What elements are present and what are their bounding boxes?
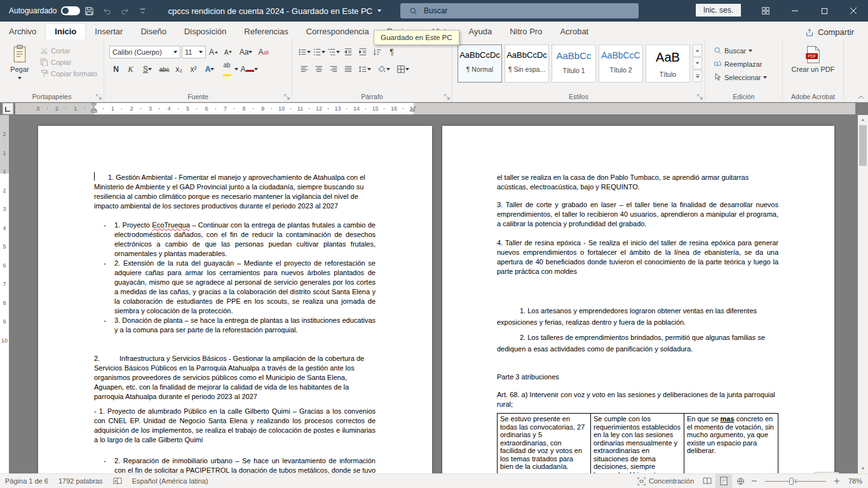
collapse-ribbon-button[interactable] <box>858 95 864 99</box>
multilevel-list-button[interactable] <box>327 46 340 58</box>
zoom-level[interactable]: 78% <box>843 477 868 485</box>
proofing-status[interactable] <box>108 474 127 488</box>
highlight-color-button[interactable]: ab <box>219 63 238 76</box>
sort-button[interactable] <box>370 46 384 58</box>
styles-scroll-up-button[interactable] <box>693 44 702 57</box>
superscript-button[interactable]: x² <box>187 63 200 76</box>
numbered-list-button[interactable] <box>312 46 325 58</box>
minimize-button[interactable] <box>780 0 810 22</box>
shading-button[interactable] <box>375 63 393 76</box>
style-titulo-1[interactable]: AaBbCc Título 1 <box>552 44 596 83</box>
portapapeles-dialog-launcher[interactable] <box>96 94 102 100</box>
show-paragraph-marks-button[interactable]: ¶ <box>385 46 398 58</box>
zoom-out-button[interactable] <box>749 478 760 484</box>
bullet-list-icon <box>298 48 307 57</box>
tab-stop-selector[interactable] <box>3 103 13 114</box>
tab-acrobat[interactable]: Acrobat <box>551 24 597 39</box>
print-layout-button[interactable] <box>715 474 732 488</box>
clear-formatting-button[interactable]: A <box>257 46 270 58</box>
tab-referencias[interactable]: Referencias <box>235 24 297 39</box>
right-indent-marker[interactable] <box>409 108 416 113</box>
paragraph: 4. Taller de resina epóxica - Se realiza… <box>497 238 778 276</box>
style-titulo-2[interactable]: AaBbCcC Título 2 <box>599 44 643 83</box>
style-normal[interactable]: AaBbCcDc ¶ Normal <box>458 44 502 83</box>
create-pdf-button[interactable]: PDF Crear un PDF <box>791 46 836 73</box>
replace-button[interactable]: Reemplazar <box>712 59 764 69</box>
style-sin-espaciado[interactable]: AaBbCcDc ¶ Sin espa... <box>505 44 549 83</box>
styles-scroll-down-button[interactable] <box>693 57 702 69</box>
fuente-dialog-launcher[interactable] <box>284 94 290 100</box>
italic-button[interactable]: K <box>124 63 137 76</box>
zoom-in-button[interactable] <box>831 478 843 484</box>
resume-reading-bookmark[interactable] <box>813 472 840 473</box>
page-indicator[interactable]: Página 1 de 6 <box>0 474 53 488</box>
redo-button[interactable] <box>116 2 133 20</box>
page-1[interactable]: 1. Gestión Ambiental - Fomentar el manej… <box>38 126 432 473</box>
save-button[interactable] <box>80 2 98 20</box>
vertical-scrollbar[interactable] <box>858 115 868 473</box>
font-size-combo[interactable]: 11 <box>182 46 206 58</box>
decrease-indent-button[interactable] <box>341 46 355 58</box>
chevron-down-icon <box>749 50 752 52</box>
focus-mode-button[interactable]: Concentración <box>632 474 699 488</box>
maximize-button[interactable] <box>810 0 839 22</box>
customize-quick-access-button[interactable] <box>133 2 151 20</box>
search-box[interactable]: Buscar <box>400 3 639 18</box>
text-effects-button[interactable]: A <box>201 63 218 76</box>
scroll-down-button[interactable] <box>858 464 868 473</box>
tab-nitro-pro[interactable]: Nitro Pro <box>501 24 551 39</box>
page-2[interactable]: el taller se realiza en la casa de don P… <box>442 126 834 473</box>
style-titulo[interactable]: AaB Título <box>646 44 690 83</box>
tab-disposicion[interactable]: Disposición <box>175 24 235 39</box>
sign-in-button[interactable]: Inic. ses. <box>696 4 741 17</box>
tab-diseno[interactable]: Diseño <box>132 24 175 39</box>
change-case-button[interactable]: Aa <box>236 46 255 58</box>
autosave-control[interactable]: Autoguardado <box>9 6 80 15</box>
styles-gallery-more-button[interactable] <box>693 70 702 82</box>
indent-markers[interactable] <box>91 103 97 114</box>
grow-font-button[interactable]: A <box>207 46 220 58</box>
read-mode-button[interactable] <box>699 474 715 488</box>
font-color-button[interactable]: A <box>240 63 259 76</box>
find-button[interactable]: Buscar <box>712 46 754 55</box>
line-spacing-button[interactable] <box>356 63 374 76</box>
bold-button[interactable]: N <box>109 63 123 76</box>
copy-button[interactable]: Copiar <box>38 57 104 67</box>
tab-insertar[interactable]: Insertar <box>86 24 132 39</box>
zoom-slider-thumb[interactable] <box>789 478 794 485</box>
language-indicator[interactable]: Español (América latina) <box>127 474 214 488</box>
align-center-button[interactable] <box>312 63 325 76</box>
align-left-button[interactable] <box>297 63 311 76</box>
bullet-list-button[interactable] <box>297 46 311 58</box>
estilos-dialog-launcher[interactable] <box>697 94 703 100</box>
underline-button[interactable]: S <box>139 63 156 76</box>
borders-button[interactable] <box>394 63 412 76</box>
paste-button[interactable]: Pegar <box>5 44 34 82</box>
increase-indent-button[interactable] <box>356 46 369 58</box>
shrink-font-button[interactable]: A <box>222 46 235 58</box>
tab-archivo[interactable]: Archivo <box>0 24 45 39</box>
parrafo-dialog-launcher[interactable] <box>444 94 450 100</box>
tab-correspondencia[interactable]: Correspondencia <box>297 24 378 39</box>
scroll-up-button[interactable] <box>858 115 868 125</box>
cut-button[interactable]: Cortar <box>38 46 104 55</box>
font-family-combo[interactable]: Calibri (Cuerpo) <box>109 46 180 58</box>
tab-ayuda[interactable]: Ayuda <box>459 24 501 39</box>
tab-inicio[interactable]: Inicio <box>45 23 86 39</box>
select-button[interactable]: Seleccionar <box>712 72 769 82</box>
web-layout-button[interactable] <box>732 474 749 488</box>
justify-button[interactable] <box>341 63 355 76</box>
autosave-toggle[interactable] <box>61 6 80 15</box>
undo-button[interactable] <box>98 2 116 20</box>
ribbon-display-options-button[interactable] <box>751 0 780 22</box>
scrollbar-thumb[interactable] <box>859 125 867 166</box>
share-button[interactable]: Compartir <box>800 25 859 39</box>
align-right-button[interactable] <box>327 63 340 76</box>
close-button[interactable] <box>839 0 868 22</box>
zoom-slider[interactable] <box>765 481 826 482</box>
document-title[interactable]: cpccs rendicion de cuenta 2024 - Guardad… <box>168 6 381 16</box>
strikethrough-button[interactable]: abc <box>158 63 171 76</box>
subscript-button[interactable]: x₂ <box>172 63 186 76</box>
format-painter-button[interactable]: Copiar formato <box>38 69 104 78</box>
word-count[interactable]: 1792 palabras <box>53 474 108 488</box>
